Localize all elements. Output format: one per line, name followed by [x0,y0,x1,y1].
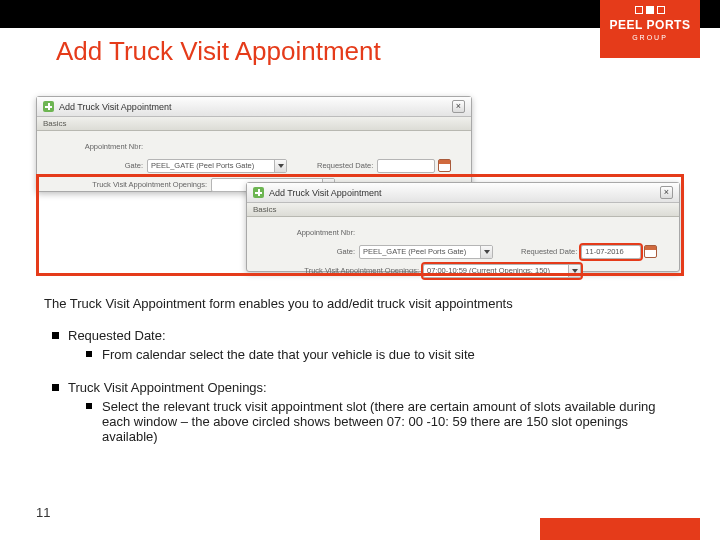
bullet-1-sub: From calendar select the date that your … [86,347,668,362]
requested-date-input-2[interactable]: 11-07-2016 [581,245,641,259]
bullet-list: Requested Date: From calendar select the… [52,328,668,448]
bullet-2-sub-text: Select the relevant truck visit appointm… [102,399,668,444]
label-requested-date: Requested Date: [317,161,373,170]
brand-squares-icon [600,6,700,14]
bullet-1-sub-text: From calendar select the date that your … [102,347,475,362]
footer-accent-bar [540,518,700,540]
gate-select[interactable]: PEEL_GATE (Peel Ports Gate) [147,159,287,173]
calendar-icon[interactable] [644,245,657,258]
chevron-down-icon [274,160,286,172]
dialog-title-bar: Add Truck Visit Appointment × [37,97,471,117]
brand-line2: GROUP [600,34,700,41]
dialog-title-text: Add Truck Visit Appointment [59,102,171,112]
brand-logo: PEEL PORTS GROUP [600,0,700,58]
chevron-down-icon [568,265,580,277]
gate-value: PEEL_GATE (Peel Ports Gate) [148,161,274,170]
requested-date-input[interactable] [377,159,435,173]
dialog-section-basics: Basics [37,117,471,131]
bullet-1: Requested Date: [52,328,668,343]
label-openings-2: Truck Visit Appointment Openings: [255,266,419,275]
dialog-title-bar-2: Add Truck Visit Appointment × [247,183,679,203]
close-icon[interactable]: × [660,186,673,199]
bullet-1-label: Requested Date: [68,328,166,343]
brand-line1: PEEL PORTS [600,18,700,32]
chevron-down-icon [480,246,492,258]
page-number: 11 [36,505,50,520]
bullet-icon [86,403,96,444]
openings-value-2: 07:00-10:59 (Current Openings: 150) [424,266,568,275]
label-appointment-nbr: Appointment Nbr: [45,142,143,151]
bullet-icon [86,351,96,362]
dialog-title-text-2: Add Truck Visit Appointment [269,188,381,198]
intro-text: The Truck Visit Appointment form enables… [44,296,513,311]
bullet-2-label: Truck Visit Appointment Openings: [68,380,267,395]
label-gate: Gate: [45,161,143,170]
dialog-screenshot-back: Add Truck Visit Appointment × Basics App… [36,96,472,192]
label-openings: Truck Visit Appointment Openings: [45,180,207,189]
slide-title: Add Truck Visit Appointment [56,36,381,67]
dialog-screenshot-front: Add Truck Visit Appointment × Basics App… [246,182,680,272]
gate-value-2: PEEL_GATE (Peel Ports Gate) [360,247,480,256]
bullet-2: Truck Visit Appointment Openings: [52,380,668,395]
label-appointment-nbr-2: Appointment Nbr: [255,228,355,237]
close-icon[interactable]: × [452,100,465,113]
add-icon [253,187,264,198]
requested-date-value-2: 11-07-2016 [582,247,640,256]
bullet-icon [52,384,62,395]
openings-select-2[interactable]: 07:00-10:59 (Current Openings: 150) [423,264,581,278]
calendar-icon[interactable] [438,159,451,172]
bullet-icon [52,332,62,343]
dialog-section-basics-2: Basics [247,203,679,217]
gate-select-2[interactable]: PEEL_GATE (Peel Ports Gate) [359,245,493,259]
add-icon [43,101,54,112]
label-requested-date-2: Requested Date: [521,247,577,256]
label-gate-2: Gate: [255,247,355,256]
bullet-2-sub: Select the relevant truck visit appointm… [86,399,668,444]
